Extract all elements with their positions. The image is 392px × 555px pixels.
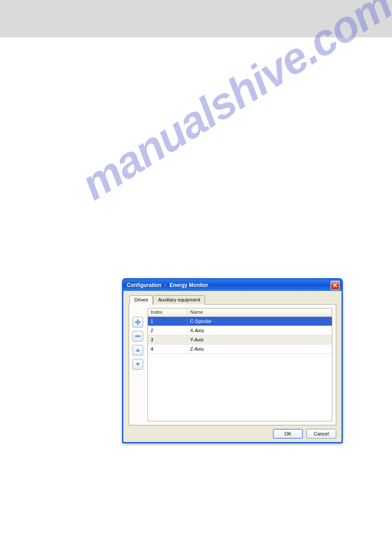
cell-name: Z-Axis xyxy=(187,345,332,353)
col-index-header[interactable]: Index xyxy=(148,308,187,316)
cell-index: 3 xyxy=(148,335,187,344)
tabs-container: Drives Auxiliary equipment xyxy=(129,295,336,425)
top-band xyxy=(0,0,392,37)
configuration-dialog: Configuration - Energy Monitor ✕ Drives … xyxy=(122,278,343,443)
svg-marker-7 xyxy=(136,363,140,366)
close-icon: ✕ xyxy=(333,282,338,289)
table-row[interactable]: 2 X-Axis xyxy=(148,326,332,335)
tab-auxiliary-equipment[interactable]: Auxiliary equipment xyxy=(153,295,205,305)
col-name-header[interactable]: Name xyxy=(187,308,332,316)
svg-rect-5 xyxy=(136,336,140,337)
dialog-button-row: OK Cancel xyxy=(129,425,336,439)
ok-button[interactable]: OK xyxy=(273,429,303,439)
svg-rect-3 xyxy=(136,322,140,323)
title-part-1: Configuration xyxy=(127,282,162,288)
close-button[interactable]: ✕ xyxy=(331,281,340,290)
cell-index: 1 xyxy=(148,317,187,326)
title-part-2: Energy Monitor xyxy=(169,282,208,288)
tab-strip: Drives Auxiliary equipment xyxy=(129,295,336,305)
cell-name: X-Axis xyxy=(187,326,332,335)
title-sep: - xyxy=(163,282,168,288)
drives-table: Index Name 1 C-Spindle 2 X-Axis xyxy=(147,308,332,421)
remove-button[interactable] xyxy=(133,331,143,341)
minus-icon xyxy=(135,333,141,339)
dialog-body: Drives Auxiliary equipment xyxy=(123,291,342,442)
table-row[interactable]: 3 Y-Axis xyxy=(148,335,332,345)
side-buttons xyxy=(133,308,144,421)
chevron-down-icon xyxy=(135,361,141,367)
tab-drives[interactable]: Drives xyxy=(129,295,153,305)
add-button[interactable] xyxy=(133,317,143,327)
tab-panel-drives: Index Name 1 C-Spindle 2 X-Axis xyxy=(129,304,336,425)
cell-index: 2 xyxy=(148,326,187,335)
plus-icon xyxy=(135,319,141,325)
titlebar-text: Configuration - Energy Monitor xyxy=(127,282,331,288)
chevron-up-icon xyxy=(135,347,141,353)
table-row[interactable]: 1 C-Spindle xyxy=(148,317,332,326)
table-body: 1 C-Spindle 2 X-Axis 3 Y-Axis 4 xyxy=(148,317,332,421)
move-down-button[interactable] xyxy=(133,359,143,370)
titlebar[interactable]: Configuration - Energy Monitor ✕ xyxy=(123,279,342,291)
table-header: Index Name xyxy=(148,308,332,317)
cancel-button[interactable]: Cancel xyxy=(306,429,336,439)
svg-marker-6 xyxy=(136,348,140,352)
table-row[interactable]: 4 Z-Axis xyxy=(148,345,332,354)
cell-name: C-Spindle xyxy=(187,317,332,326)
move-up-button[interactable] xyxy=(133,345,143,355)
cell-name: Y-Axis xyxy=(187,335,332,344)
cell-index: 4 xyxy=(148,345,187,353)
